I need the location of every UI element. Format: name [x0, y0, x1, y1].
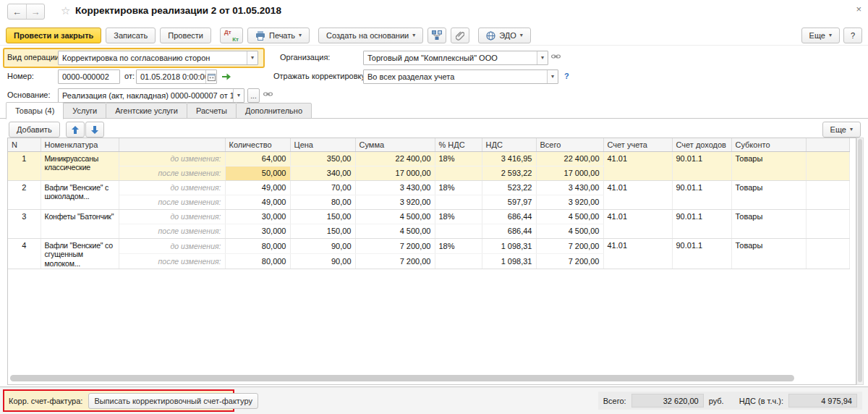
- items-table[interactable]: N Номенклатура Количество Цена Сумма % Н…: [8, 138, 850, 269]
- cell-vat-after[interactable]: 686,44: [482, 224, 536, 238]
- cell-sum-after[interactable]: 7 200,00: [355, 253, 435, 269]
- item-row-3-before[interactable]: 3Конфеты "Батончик"до изменения:30,00015…: [8, 209, 850, 224]
- cell-quantity-after[interactable]: 50,000: [225, 166, 290, 180]
- tab-settlements[interactable]: Расчеты: [187, 103, 237, 119]
- cell-nomenclature[interactable]: Вафли "Венские" со сгущенным молоком...: [41, 238, 119, 269]
- back-icon[interactable]: ←: [8, 4, 26, 19]
- cell-subconto[interactable]: Товары: [731, 209, 806, 238]
- cell-account[interactable]: 41.01: [603, 180, 672, 209]
- operation-type-dropdown-icon[interactable]: ▾: [247, 51, 258, 64]
- date-field[interactable]: 01.05.2018 0:00:00: [136, 69, 217, 84]
- cell-quantity-after[interactable]: 49,000: [225, 195, 290, 209]
- cell-quantity-after[interactable]: 80,000: [225, 253, 290, 269]
- cell-nomenclature[interactable]: Миникруассаны классические: [41, 151, 119, 180]
- organization-dropdown-icon[interactable]: ▾: [537, 51, 548, 64]
- forward-icon[interactable]: →: [26, 4, 44, 19]
- cell-total-after[interactable]: 3 920,00: [536, 195, 603, 209]
- cell-price-before[interactable]: 150,00: [290, 209, 355, 224]
- post-button[interactable]: Провести: [160, 28, 211, 43]
- cell-total-before[interactable]: 22 400,00: [536, 151, 603, 166]
- number-field[interactable]: 0000-000002: [58, 69, 120, 84]
- header-price[interactable]: Цена: [290, 138, 355, 151]
- header-total[interactable]: Всего: [536, 138, 603, 151]
- header-account[interactable]: Счет учета: [603, 138, 672, 151]
- cell-vat-before[interactable]: 3 416,95: [482, 151, 536, 166]
- cell-vat-rate[interactable]: 18%: [435, 238, 482, 253]
- header-income-account[interactable]: Счет доходов: [672, 138, 731, 151]
- basis-field[interactable]: Реализация (акт, накладная) 0000-000007 …: [58, 88, 244, 103]
- move-down-button[interactable]: [85, 122, 104, 138]
- cell-price-before[interactable]: 70,00: [290, 180, 355, 195]
- help-button[interactable]: ?: [843, 28, 862, 43]
- vertical-scrollbar[interactable]: [856, 138, 864, 385]
- cell-vat-rate[interactable]: 18%: [435, 209, 482, 224]
- cell-account[interactable]: 41.01: [603, 238, 672, 269]
- cell-total-after[interactable]: 4 500,00: [536, 224, 603, 238]
- header-vat[interactable]: НДС: [482, 138, 536, 151]
- organization-field[interactable]: Торговый дом "Комплексный" ООО ▾: [363, 51, 548, 65]
- cell-total-after[interactable]: 7 200,00: [536, 253, 603, 269]
- cell-sum-after[interactable]: 17 000,00: [355, 166, 435, 180]
- set-current-date-icon[interactable]: [221, 71, 231, 80]
- cell-vat-before[interactable]: 686,44: [482, 209, 536, 224]
- table-more-button[interactable]: Еще ▾: [822, 122, 861, 138]
- cell-income-account[interactable]: 90.01.1: [672, 180, 731, 209]
- reflect-help-icon[interactable]: ?: [564, 72, 569, 80]
- create-on-basis-button[interactable]: Создать на основании ▾: [318, 28, 423, 43]
- cell-price-after[interactable]: 80,00: [290, 195, 355, 209]
- cell-price-before[interactable]: 90,00: [290, 238, 355, 253]
- reflect-adjustment-dropdown-icon[interactable]: ▾: [547, 70, 558, 83]
- cell-account[interactable]: 41.01: [603, 209, 672, 238]
- issue-corrective-invoice-button[interactable]: Выписать корректировочный счет-фактуру: [88, 393, 258, 409]
- write-button[interactable]: Записать: [106, 28, 156, 43]
- item-row-1-before[interactable]: 1Миникруассаны классическиедо изменения:…: [8, 151, 850, 166]
- related-documents-button[interactable]: [427, 28, 446, 43]
- header-vat-rate[interactable]: % НДС: [435, 138, 482, 151]
- cell-vat-after[interactable]: 2 593,22: [482, 166, 536, 180]
- cell-total-before[interactable]: 7 200,00: [536, 238, 603, 253]
- calendar-icon[interactable]: [205, 70, 216, 83]
- organization-open-link-icon[interactable]: [551, 53, 561, 60]
- tab-additional[interactable]: Дополнительно: [236, 103, 312, 119]
- cell-quantity-after[interactable]: 30,000: [225, 224, 290, 238]
- cell-subconto[interactable]: Товары: [731, 151, 806, 180]
- cell-subconto[interactable]: Товары: [731, 180, 806, 209]
- vertical-scrollbar-thumb[interactable]: [858, 139, 862, 382]
- cell-vat-after[interactable]: 597,97: [482, 195, 536, 209]
- cell-vat-after[interactable]: 1 098,31: [482, 253, 536, 269]
- horizontal-scrollbar-thumb[interactable]: [10, 375, 794, 381]
- header-sum[interactable]: Сумма: [355, 138, 435, 151]
- cell-price-after[interactable]: 150,00: [290, 224, 355, 238]
- cell-sum-after[interactable]: 3 920,00: [355, 195, 435, 209]
- add-row-button[interactable]: Добавить: [9, 122, 60, 138]
- post-and-close-button[interactable]: Провести и закрыть: [6, 28, 101, 43]
- operation-type-field[interactable]: Корректировка по согласованию сторон ▾: [58, 51, 258, 65]
- more-button[interactable]: Еще ▾: [801, 28, 840, 43]
- item-row-2-before[interactable]: 2Вафли "Венские" с шоколадом...до измене…: [8, 180, 850, 195]
- move-up-button[interactable]: [66, 122, 85, 138]
- favorite-star-icon[interactable]: ☆: [61, 4, 70, 17]
- basis-dropdown-icon[interactable]: ▾: [233, 89, 244, 102]
- cell-account[interactable]: 41.01: [603, 151, 672, 180]
- item-row-4-before[interactable]: 4Вафли "Венские" со сгущенным молоком...…: [8, 238, 850, 253]
- cell-quantity-before[interactable]: 30,000: [225, 209, 290, 224]
- cell-total-after[interactable]: 17 000,00: [536, 166, 603, 180]
- tab-agency-services[interactable]: Агентские услуги: [106, 103, 187, 119]
- cell-subconto[interactable]: Товары: [731, 238, 806, 269]
- cell-sum-before[interactable]: 7 200,00: [355, 238, 435, 253]
- header-nomenclature[interactable]: Номенклатура: [41, 138, 119, 151]
- cell-total-before[interactable]: 3 430,00: [536, 180, 603, 195]
- cell-vat-rate[interactable]: 18%: [435, 180, 482, 195]
- horizontal-scrollbar[interactable]: [10, 375, 854, 382]
- cell-vat-rate[interactable]: 18%: [435, 151, 482, 166]
- header-subconto[interactable]: Субконто: [731, 138, 806, 151]
- cell-quantity-before[interactable]: 64,000: [225, 151, 290, 166]
- cell-sum-before[interactable]: 3 430,00: [355, 180, 435, 195]
- basis-open-link-icon[interactable]: [263, 90, 273, 98]
- reflect-adjustment-field[interactable]: Во всех разделах учета ▾: [363, 69, 558, 84]
- cell-income-account[interactable]: 90.01.1: [672, 151, 731, 180]
- dt-kt-button[interactable]: ДтКт: [220, 28, 243, 43]
- cell-price-before[interactable]: 350,00: [290, 151, 355, 166]
- close-icon[interactable]: ×: [856, 4, 861, 14]
- cell-total-before[interactable]: 4 500,00: [536, 209, 603, 224]
